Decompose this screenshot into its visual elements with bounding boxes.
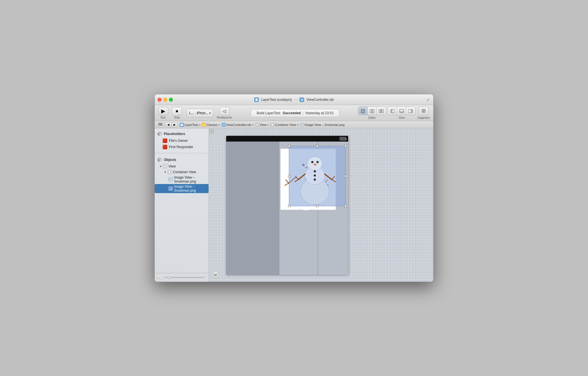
handle-ml[interactable] xyxy=(288,175,290,177)
phone-status-bar xyxy=(226,136,348,142)
svg-rect-26 xyxy=(256,124,258,126)
tree-image-view-2-label: Image View – Snowman.png xyxy=(174,185,206,193)
run-button[interactable]: ▶ xyxy=(158,107,168,115)
back-button[interactable]: ◀ xyxy=(166,122,171,127)
objects-cube-icon xyxy=(157,157,162,162)
xib-file-icon: 🖼 xyxy=(300,97,304,102)
stop-section: ■ Stop xyxy=(172,107,182,119)
build-separator: | xyxy=(303,111,303,115)
svg-rect-25 xyxy=(181,124,183,126)
project-file-icon: 📄 xyxy=(254,97,259,102)
svg-rect-19 xyxy=(158,123,160,124)
toolbar: ▶ Run ■ Stop L... · iPhon... ▾ ◁ Breakpo… xyxy=(155,105,433,121)
maximize-button[interactable] xyxy=(169,98,173,102)
breakpoints-label: Breakpoints xyxy=(217,116,232,119)
svg-rect-27 xyxy=(271,124,273,126)
image-view-2-tree-icon xyxy=(168,186,173,191)
stop-button[interactable]: ■ xyxy=(172,107,182,115)
breadcrumb-bar: ◀ ▶ LayerTest ▸ 📁 Classes ▸ xib ViewCont… xyxy=(155,121,433,128)
zoom-out-button[interactable]: − xyxy=(157,275,162,280)
breadcrumb-item-project[interactable]: LayerTest xyxy=(180,123,198,127)
fullscreen-button[interactable]: ⤢ xyxy=(425,97,431,103)
canvas-scroll-button[interactable]: ↩ xyxy=(212,271,219,278)
svg-line-68 xyxy=(298,174,305,179)
view-controls xyxy=(388,107,416,115)
svg-point-66 xyxy=(314,174,316,177)
tree-item-image-view-1[interactable]: Image View – Snowman.png xyxy=(155,175,209,184)
breadcrumb-container-label: Container View xyxy=(275,123,296,126)
svg-rect-10 xyxy=(391,109,392,113)
handle-bc[interactable] xyxy=(316,205,318,207)
svg-rect-39 xyxy=(168,171,171,173)
handle-tr[interactable] xyxy=(344,145,347,147)
breadcrumb-item-classes[interactable]: 📁 Classes xyxy=(202,123,218,127)
svg-rect-8 xyxy=(382,109,383,113)
close-button[interactable] xyxy=(158,98,162,102)
svg-rect-15 xyxy=(422,109,423,111)
minimize-button[interactable] xyxy=(163,98,167,102)
svg-point-43 xyxy=(170,188,171,189)
svg-point-62 xyxy=(311,161,313,163)
toolbar-right: Editor xyxy=(358,107,430,119)
first-responder-icon xyxy=(163,145,167,149)
breadcrumb-view-label: View xyxy=(260,123,267,126)
debug-toggle-button[interactable] xyxy=(397,107,406,115)
svg-line-70 xyxy=(296,176,299,180)
objects-label: Objects xyxy=(164,158,176,162)
breakpoints-button[interactable]: ◁ xyxy=(219,107,230,115)
assistant-editor-button[interactable] xyxy=(368,107,377,115)
phone-frame xyxy=(226,136,348,275)
svg-rect-20 xyxy=(160,123,161,124)
view-tree-arrow: ▼ xyxy=(159,165,162,168)
scheme-button[interactable]: L... · iPhon... ▾ xyxy=(187,109,213,117)
image-breadcrumb-icon xyxy=(300,123,304,127)
build-time: Yesterday at 23:53 xyxy=(305,111,334,115)
standard-editor-button[interactable] xyxy=(358,107,368,115)
handle-tl[interactable] xyxy=(288,145,290,147)
scheme-chevron-icon: ▾ xyxy=(209,112,211,115)
tree-item-image-view-2[interactable]: Image View – Snowman.png xyxy=(155,184,209,193)
container-tree-arrow: ▼ xyxy=(164,171,167,173)
image-view-1-tree-icon xyxy=(168,177,173,182)
handle-br[interactable] xyxy=(344,205,347,207)
breadcrumb-item-xib[interactable]: xib ViewController.xib xyxy=(222,123,251,127)
utilities-toggle-button[interactable] xyxy=(406,107,415,115)
view-breadcrumb-icon xyxy=(255,123,259,127)
breadcrumb-item-view[interactable]: View xyxy=(255,123,267,127)
first-responder-item[interactable]: First Responder xyxy=(155,144,209,150)
handle-tc[interactable] xyxy=(316,145,318,147)
run-icon: ▶ xyxy=(158,107,168,115)
sidebar-divider xyxy=(155,153,209,153)
scroll-icon: ↩ xyxy=(214,273,217,277)
breadcrumb-item-container[interactable]: Container View xyxy=(270,123,296,127)
canvas-close-button[interactable]: ✕ xyxy=(209,129,214,134)
scheme-label: L... · iPhon... xyxy=(189,111,208,115)
canvas-area[interactable]: ✕ xyxy=(209,128,433,282)
breadcrumb-item-image[interactable]: Image View – Snowman.png xyxy=(300,123,345,127)
handle-mr[interactable] xyxy=(344,175,347,177)
tree-item-view[interactable]: ▼ View xyxy=(155,164,209,169)
forward-button[interactable]: ▶ xyxy=(172,122,177,127)
organizer-label: Organizer xyxy=(417,116,430,119)
version-editor-button[interactable] xyxy=(377,107,386,115)
svg-rect-22 xyxy=(158,124,160,126)
editor-controls xyxy=(358,107,386,115)
files-owner-item[interactable]: File's Owner xyxy=(155,138,209,144)
files-owner-icon xyxy=(163,138,167,143)
breadcrumb-classes-label: Classes xyxy=(207,123,218,126)
navigator-toggle-small-button[interactable] xyxy=(157,122,164,127)
tree-item-container-view[interactable]: ▼ Container View xyxy=(155,169,209,175)
objects-header: Objects xyxy=(155,156,209,164)
svg-rect-7 xyxy=(381,109,381,113)
navigator-toggle-button[interactable] xyxy=(388,107,397,115)
svg-rect-23 xyxy=(160,124,161,126)
fullscreen-icon: ⤢ xyxy=(426,97,430,102)
tree-container-label: Container View xyxy=(173,170,196,174)
file-name: ViewController.xib xyxy=(307,98,334,102)
zoom-slider[interactable] xyxy=(164,277,205,278)
phone-body xyxy=(226,142,348,275)
folder-breadcrumb-icon: 📁 xyxy=(202,123,206,127)
placeholders-cube-icon xyxy=(157,131,162,136)
handle-bl[interactable] xyxy=(288,205,290,207)
organizer-button[interactable] xyxy=(419,107,428,115)
